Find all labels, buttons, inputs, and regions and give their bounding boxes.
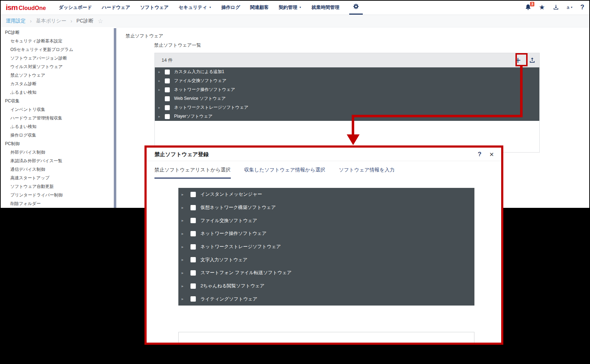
category-row[interactable]: ▸文字入力ソフトウェア xyxy=(178,253,474,266)
sidebar-item-behavior-detection[interactable]: ふるまい検知 xyxy=(0,88,116,97)
dialog-title: 禁止ソフトウェア登録 xyxy=(154,151,478,158)
category-label: インスタントメッセンジャー xyxy=(200,191,262,198)
nav-security[interactable]: セキュリティ▼ xyxy=(179,0,212,15)
prohibited-software-row[interactable]: ▸ファイル交換ソフトウェア xyxy=(155,76,539,85)
category-checkbox[interactable] xyxy=(190,296,196,302)
sidebar-item-hardware-info-collection[interactable]: ハードウェア管理情報収集 xyxy=(0,114,116,122)
nav-dashboard[interactable]: ダッシュボード xyxy=(59,0,92,15)
expand-arrow-icon[interactable]: ▸ xyxy=(182,192,187,197)
sidebar-item-software-auto-update[interactable]: ソフトウェア自動更新 xyxy=(0,182,116,191)
sidebar-item-custom-diagnosis[interactable]: カスタム診断 xyxy=(0,80,116,88)
download-icon[interactable] xyxy=(553,4,559,11)
nav-contract-management[interactable]: 契約管理▼ xyxy=(279,0,301,15)
tab-select-from-prohibited-list[interactable]: 禁止ソフトウェアリストから選択 xyxy=(154,167,231,179)
sidebar-item-prohibited-software[interactable]: 禁止ソフトウェア xyxy=(0,71,116,80)
favorites-star-icon[interactable]: ★ xyxy=(539,4,545,11)
sidebar-item-label: 削除フォルダー xyxy=(10,201,41,207)
sidebar-item-software-version-diagnosis[interactable]: ソフトウェアバージョン診断 xyxy=(0,54,116,62)
sidebar-item-behavior-detection-collection[interactable]: ふるまい検知 xyxy=(0,122,116,131)
row-checkbox[interactable] xyxy=(165,96,170,101)
account-menu[interactable]: a ▼ xyxy=(567,5,573,10)
expand-arrow-icon[interactable]: ▸ xyxy=(182,231,187,236)
sidebar-header-label: PC制御 xyxy=(5,141,20,147)
sidebar-header-label: PC収集 xyxy=(5,98,20,104)
category-label: スマートフォン ファイル転送ソフトウェア xyxy=(200,270,292,276)
ism-cloudone-logo[interactable]: ism CloudOne xyxy=(6,3,46,12)
tab-enter-software-info[interactable]: ソフトウェア情報を入力 xyxy=(339,167,395,179)
sidebar-item-inventory-collection[interactable]: インベントリ収集 xyxy=(0,105,116,114)
sidebar-item-antivirus-software[interactable]: ウイルス対策ソフトウェア xyxy=(0,62,116,71)
prohibited-software-row[interactable]: ▸ネットワークストレージソフトウェア xyxy=(155,103,539,112)
expand-arrow-icon[interactable]: ▸ xyxy=(182,284,187,288)
sidebar-item-approved-external-devices[interactable]: 承認済み外部デバイス一覧 xyxy=(0,157,116,165)
row-checkbox[interactable] xyxy=(165,70,170,75)
expand-arrow-icon[interactable]: ▸ xyxy=(182,218,187,223)
breadcrumb-basic-policy[interactable]: 基本ポリシー xyxy=(36,18,66,24)
category-row[interactable]: ▸ネットワークストレージソフトウェア xyxy=(178,240,474,253)
nav-operation-log[interactable]: 操作ログ xyxy=(222,0,240,15)
tab-settings-gear[interactable] xyxy=(349,0,363,15)
nav-software[interactable]: ソフトウェア xyxy=(140,0,169,15)
category-checkbox[interactable] xyxy=(190,192,196,197)
category-label: ネットワークストレージソフトウェア xyxy=(200,243,281,250)
category-row[interactable]: ▸ネットワーク操作ソフトウェア xyxy=(178,227,474,240)
category-checkbox[interactable] xyxy=(190,205,196,210)
category-checkbox[interactable] xyxy=(190,283,196,289)
row-checkbox[interactable] xyxy=(165,87,170,92)
sidebar-item-external-device-control[interactable]: 外部デバイス制御 xyxy=(0,148,116,157)
sidebar-item-printer-driver-control[interactable]: プリンタードライバー制御 xyxy=(0,191,116,199)
expand-arrow-icon[interactable]: ▸ xyxy=(158,106,163,109)
favorite-toggle-star-icon[interactable]: ☆ xyxy=(98,17,103,25)
expand-arrow-icon[interactable]: ▸ xyxy=(158,88,163,92)
nav-hardware[interactable]: ハードウェア xyxy=(102,0,130,15)
annotation-highlight-box xyxy=(515,53,528,66)
sidebar-header-pc-diagnosis[interactable]: PC診断 xyxy=(0,28,116,37)
expand-arrow-icon[interactable]: ▸ xyxy=(158,70,163,74)
nav-item-label: ダッシュボード xyxy=(59,4,92,11)
notification-bell-icon[interactable]: 3 xyxy=(525,4,531,11)
sidebar-item-security-diagnosis-basic[interactable]: セキュリティ診断基本設定 xyxy=(0,37,116,45)
prohibited-software-row[interactable]: Web Service ソフトウェア xyxy=(155,94,539,103)
category-row[interactable]: ▸仮想ネットワーク構築ソフトウェア xyxy=(178,201,474,214)
category-checkbox[interactable] xyxy=(190,231,196,236)
sidebar-item-delete-folder[interactable]: 削除フォルダー xyxy=(0,199,116,208)
sidebar-item-label: ソフトウェアバージョン診断 xyxy=(10,55,67,61)
category-checkbox[interactable] xyxy=(190,257,196,262)
row-checkbox[interactable] xyxy=(165,114,170,119)
nav-working-hours[interactable]: 就業時間管理 xyxy=(311,0,339,15)
sidebar-header-pc-control[interactable]: PC制御 xyxy=(0,139,116,148)
sidebar-item-fast-startup[interactable]: 高速スタートアップ xyxy=(0,174,116,182)
category-checkbox[interactable] xyxy=(190,244,196,250)
dialog-close-icon[interactable]: ✕ xyxy=(489,151,494,158)
category-checkbox[interactable] xyxy=(190,270,196,276)
expand-arrow-icon[interactable]: ▸ xyxy=(182,257,187,262)
expand-arrow-icon[interactable]: ▸ xyxy=(158,79,163,83)
sidebar-scrollbar[interactable] xyxy=(114,28,116,208)
tab-select-from-collected-info[interactable]: 収集したソフトウェア情報から選択 xyxy=(244,167,325,179)
sidebar-item-communication-device-control[interactable]: 通信デバイス制御 xyxy=(0,165,116,174)
prohibited-software-row[interactable]: ▸ネットワーク操作ソフトウェア xyxy=(155,85,539,94)
prohibited-software-row[interactable]: ▸カスタム入力による追加1 xyxy=(155,67,539,76)
expand-arrow-icon[interactable]: ▸ xyxy=(158,114,163,118)
sidebar-item-operation-log-collection[interactable]: 操作ログ収集 xyxy=(0,131,116,139)
annotation-line-vertical-1 xyxy=(520,66,523,117)
breadcrumb-operation-settings[interactable]: 運用設定 xyxy=(6,18,26,24)
row-checkbox[interactable] xyxy=(165,78,170,83)
expand-arrow-icon[interactable]: ▸ xyxy=(182,245,187,249)
category-checkbox[interactable] xyxy=(190,218,196,223)
category-row[interactable]: ▸インスタントメッセンジャー xyxy=(178,188,474,201)
sidebar-item-os-security-update[interactable]: OSセキュリティ更新プログラム xyxy=(0,45,116,54)
expand-arrow-icon[interactable]: ▸ xyxy=(182,271,187,275)
category-row[interactable]: ▸ファイル交換ソフトウェア xyxy=(178,214,474,227)
expand-arrow-icon[interactable]: ▸ xyxy=(182,205,187,210)
help-icon[interactable]: ? xyxy=(580,4,584,11)
sidebar-header-pc-collection[interactable]: PC収集 xyxy=(0,97,116,105)
category-row[interactable]: ▸スマートフォン ファイル転送ソフトウェア xyxy=(178,266,474,280)
category-row[interactable]: ▸ライティングソフトウェア xyxy=(178,292,474,306)
dialog-help-icon[interactable]: ? xyxy=(478,151,481,158)
nav-related-customers[interactable]: 関連顧客 xyxy=(250,0,269,15)
row-checkbox[interactable] xyxy=(165,105,170,110)
category-row[interactable]: ▸2ちゃんねる閲覧ソフトウェア xyxy=(178,280,474,293)
import-upload-icon[interactable] xyxy=(529,57,536,64)
expand-arrow-icon[interactable]: ▸ xyxy=(182,297,187,301)
